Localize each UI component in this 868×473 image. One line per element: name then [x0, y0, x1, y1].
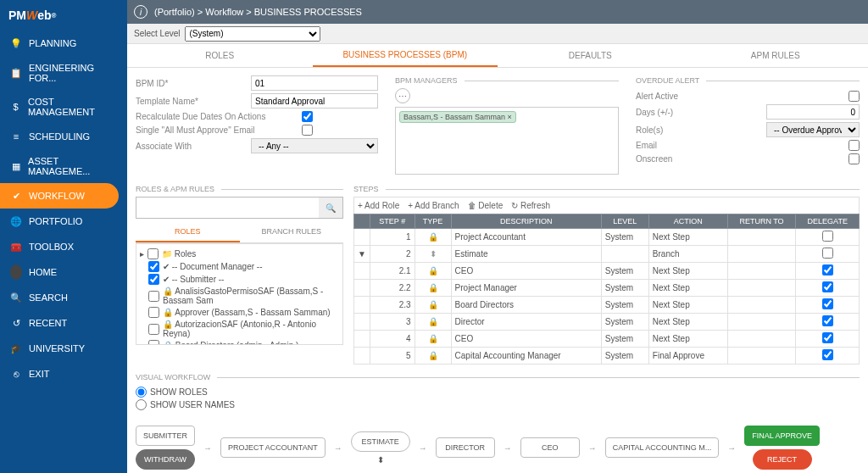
node-ceo[interactable]: CEO — [520, 437, 580, 458]
node-final-approve[interactable]: FINAL APPROVE — [744, 426, 820, 446]
associate-with-select[interactable]: -- Any -- — [251, 138, 378, 153]
tab-apm-rules[interactable]: APM RULES — [683, 44, 869, 67]
tree-item[interactable]: ✔ -- Submitter -- — [140, 273, 339, 286]
roles-search-input[interactable] — [136, 198, 319, 218]
alert-active-checkbox[interactable] — [849, 91, 860, 102]
arrow-icon: → — [419, 443, 427, 453]
tree-item[interactable]: ✔ -- Document Manager -- — [140, 260, 339, 273]
sidebar-item-label: SCHEDULING — [29, 131, 90, 142]
node-withdraw[interactable]: WITHDRAW — [136, 449, 195, 470]
tree-root[interactable]: ▸ 📁 Roles — [140, 248, 339, 260]
table-row[interactable]: 1🔒Project AccountantSystemNext Step — [354, 229, 860, 246]
node-cam[interactable]: CAPITAL ACCOUNTING M... — [605, 437, 720, 458]
add-role-button[interactable]: + Add Role — [358, 201, 399, 210]
managers-box: Bassam,S - Bassam Samman × — [395, 107, 619, 175]
days-input[interactable] — [766, 104, 860, 120]
show-roles-radio[interactable] — [136, 387, 147, 398]
single-approve-checkbox[interactable] — [302, 125, 313, 136]
sidebar-item-portfolio[interactable]: 🌐PORTFOLIO — [0, 209, 127, 234]
tree-item[interactable]: 🔒 Board Directors (admin - Admin ) — [140, 339, 339, 345]
tab-business-processes-bpm-[interactable]: BUSINESS PROCESSES (BPM) — [313, 44, 498, 67]
branch-icon: ⬍ — [377, 455, 384, 465]
info-icon[interactable]: i — [134, 5, 147, 19]
overdue-email-checkbox[interactable] — [849, 140, 860, 151]
sidebar-item-label: SEARCH — [29, 292, 68, 303]
table-row[interactable]: 3🔒DirectorSystemNext Step — [354, 314, 860, 331]
sidebar-item-label: PORTFOLIO — [29, 216, 82, 226]
avatar-icon — [10, 266, 22, 278]
sidebar-item-label: HOME — [29, 267, 57, 277]
visual-workflow: SUBMITTER WITHDRAW → PROJECT ACCOUNTANT … — [136, 426, 860, 470]
sidebar-item-label: PLANNING — [29, 38, 76, 48]
sidebar-item-exit[interactable]: ⎋EXIT — [0, 361, 127, 387]
arrow-icon: → — [203, 443, 212, 453]
tree-item[interactable]: 🔒 AnalisisGastoPermisoSAF (Bassam,S - Ba… — [140, 286, 339, 306]
recent-icon: ↺ — [10, 317, 22, 329]
tree-item[interactable]: 🔒 AutorizacionSAF (Antonio,R - Antonio R… — [140, 319, 339, 339]
sidebar-item-asset-manageme-[interactable]: ▦ASSET MANAGEME... — [0, 149, 127, 183]
manager-chip[interactable]: Bassam,S - Bassam Samman × — [399, 111, 516, 123]
overdue-onscreen-checkbox[interactable] — [849, 153, 860, 164]
logo: PMWeb® — [0, 0, 127, 31]
sidebar-item-label: ASSET MANAGEME... — [28, 156, 117, 176]
node-estimate[interactable]: ESTIMATE — [351, 431, 410, 452]
sidebar-item-label: ENGINEERING FOR... — [29, 63, 117, 83]
arrow-icon: → — [727, 443, 736, 453]
overdue-roles-select[interactable]: -- Overdue Approver -- — [766, 122, 860, 137]
search-icon[interactable]: 🔍 — [319, 198, 342, 218]
arrow-icon: → — [504, 443, 512, 453]
node-reject[interactable]: REJECT — [753, 449, 812, 470]
managers-add-icon[interactable]: ⋯ — [395, 88, 410, 103]
table-row[interactable]: 2.2🔒Project ManagerSystemNext Step — [354, 280, 860, 297]
sidebar-item-label: EXIT — [29, 369, 49, 379]
search-icon: 🔍 — [10, 292, 22, 303]
dollar-icon: $ — [10, 101, 21, 113]
table-row[interactable]: 2.1🔒CEOSystemNext Step — [354, 263, 860, 280]
sidebar-item-cost-management[interactable]: $COST MANAGEMENT — [0, 90, 127, 124]
add-branch-button[interactable]: + Add Branch — [408, 201, 459, 210]
tab-defaults[interactable]: DEFAULTS — [498, 44, 683, 67]
node-submitter[interactable]: SUBMITTER — [136, 426, 195, 446]
subtab-branch-rules[interactable]: BRANCH RULES — [240, 222, 344, 242]
clip-icon: 📋 — [10, 67, 22, 79]
select-level-label: Select Level — [134, 29, 180, 38]
topbar: i (Portfolio) > Workflow > BUSINESS PROC… — [127, 0, 868, 24]
sidebar-item-recent[interactable]: ↺RECENT — [0, 310, 127, 336]
table-row[interactable]: ▼2⬍EstimateBranch — [354, 246, 860, 263]
bpm-id-input[interactable] — [251, 75, 378, 91]
grad-icon: 🎓 — [10, 342, 22, 354]
sidebar-item-university[interactable]: 🎓UNIVERSITY — [0, 336, 127, 361]
sidebar-item-workflow[interactable]: ✔WORKFLOW — [0, 183, 119, 209]
sidebar: PMWeb® 💡PLANNING📋ENGINEERING FOR...$COST… — [0, 0, 127, 473]
select-level[interactable]: (System) — [185, 26, 320, 42]
table-row[interactable]: 5🔒Capital Accounting ManagerSystemFinal … — [354, 348, 860, 364]
delete-button[interactable]: 🗑 Delete — [468, 201, 504, 210]
grid-icon: ▦ — [10, 160, 21, 172]
sidebar-item-label: RECENT — [29, 318, 67, 328]
recalc-checkbox[interactable] — [302, 111, 313, 122]
breadcrumb: (Portfolio) > Workflow > BUSINESS PROCES… — [154, 7, 362, 17]
sidebar-item-toolbox[interactable]: 🧰TOOLBOX — [0, 234, 127, 259]
refresh-button[interactable]: ↻ Refresh — [511, 201, 550, 210]
table-row[interactable]: 2.3🔒Board DirectorsSystemNext Step — [354, 297, 860, 314]
show-users-radio[interactable] — [136, 399, 147, 410]
steps-table: STEP #TYPEDESCRIPTIONLEVELACTIONRETURN T… — [353, 214, 860, 364]
sidebar-item-engineering-for-[interactable]: 📋ENGINEERING FOR... — [0, 56, 127, 90]
roles-tree: ▸ 📁 Roles ✔ -- Document Manager -- ✔ -- … — [136, 243, 343, 345]
subtab-roles[interactable]: ROLES — [136, 222, 240, 242]
sidebar-item-scheduling[interactable]: ≡SCHEDULING — [0, 124, 127, 149]
sidebar-item-search[interactable]: 🔍SEARCH — [0, 285, 127, 310]
bars-icon: ≡ — [10, 131, 22, 142]
arrow-icon: → — [334, 443, 342, 453]
node-director[interactable]: DIRECTOR — [436, 437, 495, 458]
bulb-icon: 💡 — [10, 37, 22, 49]
table-row[interactable]: 4🔒CEOSystemNext Step — [354, 331, 860, 348]
arrow-icon: → — [588, 443, 597, 453]
sidebar-item-home[interactable]: HOME — [0, 259, 127, 285]
sidebar-item-planning[interactable]: 💡PLANNING — [0, 31, 127, 56]
tree-item[interactable]: 🔒 Approver (Bassam,S - Bassam Samman) — [140, 306, 339, 319]
node-project-accountant[interactable]: PROJECT ACCOUNTANT — [220, 437, 326, 458]
template-name-input[interactable] — [251, 93, 378, 109]
sidebar-item-label: TOOLBOX — [29, 242, 74, 252]
tab-roles[interactable]: ROLES — [127, 44, 313, 67]
